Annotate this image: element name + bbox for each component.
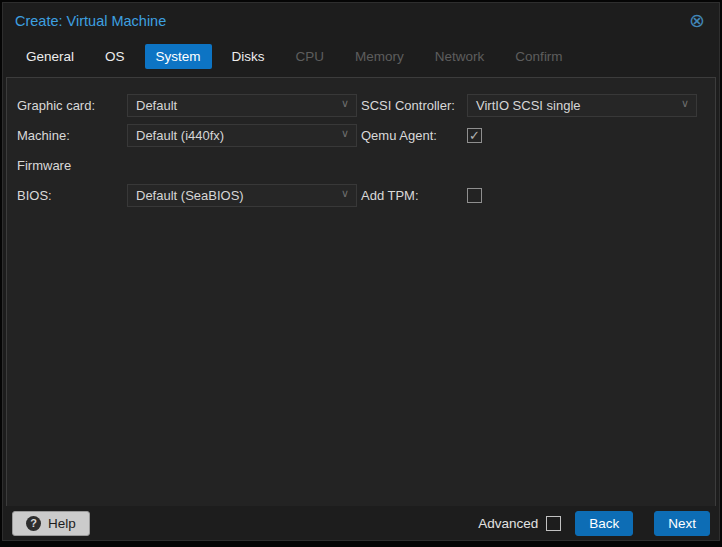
help-icon: ?: [26, 516, 41, 531]
close-icon[interactable]: ⊗: [687, 11, 707, 31]
dialog-title: Create: Virtual Machine: [15, 13, 166, 29]
firmware-heading-row: Firmware: [17, 150, 361, 180]
tab-system[interactable]: System: [145, 44, 212, 69]
form-column-right: SCSI Controller: VirtIO SCSI single ∨ Qe…: [361, 90, 705, 210]
help-button[interactable]: ? Help: [12, 511, 90, 536]
dialog-footer: ? Help Advanced ✓ Back Next: [3, 506, 719, 540]
bios-select[interactable]: Default (SeaBIOS) ∨: [127, 184, 357, 207]
footer-actions: Advanced ✓ Back Next: [478, 511, 710, 536]
tab-confirm: Confirm: [504, 44, 573, 69]
system-tab-panel: Graphic card: Default ∨ Machine: Default…: [6, 77, 716, 508]
tab-memory: Memory: [344, 44, 415, 69]
advanced-checkbox[interactable]: ✓: [546, 516, 561, 531]
bios-value: Default (SeaBIOS): [136, 188, 244, 203]
graphic-card-row: Graphic card: Default ∨: [17, 90, 361, 120]
tab-disks[interactable]: Disks: [221, 44, 276, 69]
graphic-card-value: Default: [136, 98, 177, 113]
tab-general[interactable]: General: [15, 44, 85, 69]
spacer: [361, 150, 705, 180]
firmware-heading: Firmware: [17, 158, 71, 173]
qemu-agent-checkbox[interactable]: ✓: [467, 128, 482, 143]
check-icon: ✓: [469, 129, 480, 142]
chevron-down-icon: ∨: [341, 97, 349, 110]
tab-os[interactable]: OS: [94, 44, 136, 69]
chevron-down-icon: ∨: [341, 187, 349, 200]
scsi-controller-label: SCSI Controller:: [361, 98, 467, 113]
next-button[interactable]: Next: [654, 511, 710, 536]
graphic-card-label: Graphic card:: [17, 98, 127, 113]
graphic-card-select[interactable]: Default ∨: [127, 94, 357, 117]
dialog-titlebar: Create: Virtual Machine ⊗: [3, 3, 719, 39]
help-button-label: Help: [48, 516, 76, 531]
machine-select[interactable]: Default (i440fx) ∨: [127, 124, 357, 147]
add-tpm-label: Add TPM:: [361, 188, 467, 203]
form-column-left: Graphic card: Default ∨ Machine: Default…: [17, 90, 361, 210]
add-tpm-checkbox[interactable]: ✓: [467, 188, 482, 203]
qemu-agent-label: Qemu Agent:: [361, 128, 467, 143]
chevron-down-icon: ∨: [341, 127, 349, 140]
machine-label: Machine:: [17, 128, 127, 143]
tab-cpu: CPU: [285, 44, 336, 69]
wizard-tabbar: General OS System Disks CPU Memory Netwo…: [3, 39, 719, 73]
qemu-agent-row: Qemu Agent: ✓: [361, 120, 705, 150]
back-button[interactable]: Back: [575, 511, 633, 536]
bios-label: BIOS:: [17, 188, 127, 203]
add-tpm-row: Add TPM: ✓: [361, 180, 705, 210]
scsi-controller-value: VirtIO SCSI single: [476, 98, 581, 113]
bios-row: BIOS: Default (SeaBIOS) ∨: [17, 180, 361, 210]
tab-network: Network: [424, 44, 496, 69]
machine-row: Machine: Default (i440fx) ∨: [17, 120, 361, 150]
create-vm-dialog: Create: Virtual Machine ⊗ General OS Sys…: [2, 2, 720, 541]
advanced-label: Advanced: [478, 516, 538, 531]
chevron-down-icon: ∨: [681, 97, 689, 110]
scsi-controller-row: SCSI Controller: VirtIO SCSI single ∨: [361, 90, 705, 120]
scsi-controller-select[interactable]: VirtIO SCSI single ∨: [467, 94, 697, 117]
machine-value: Default (i440fx): [136, 128, 224, 143]
